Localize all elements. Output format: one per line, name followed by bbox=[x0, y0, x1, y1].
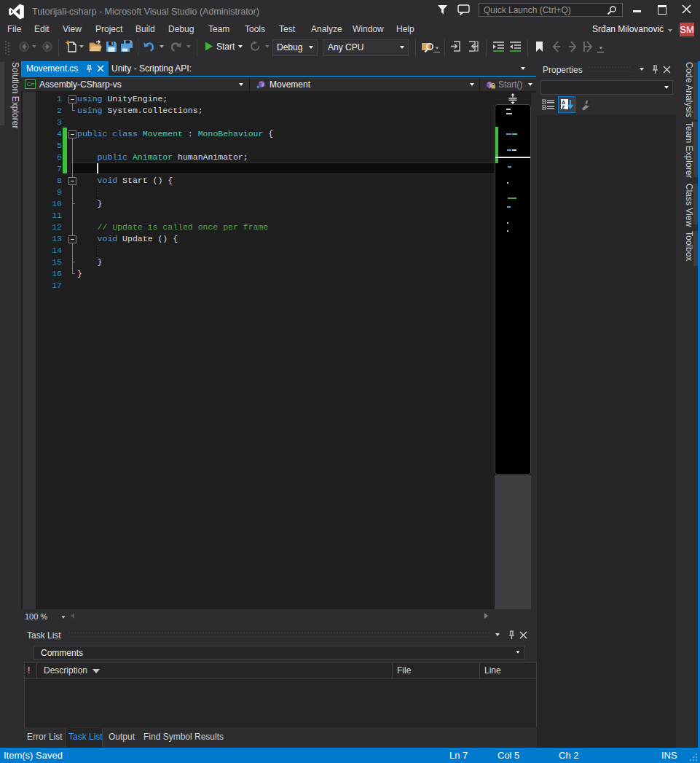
svg-text:Z: Z bbox=[562, 105, 565, 110]
svg-text:A: A bbox=[562, 100, 565, 105]
